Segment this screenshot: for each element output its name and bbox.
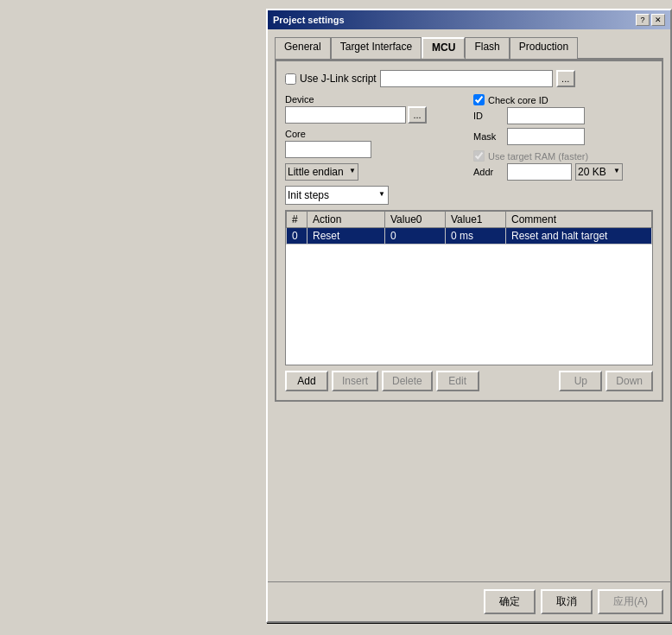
init-steps-table-container: # Action Value0 Value1 Comment 0 Reset 0 <box>285 210 653 365</box>
tab-production[interactable]: Production <box>510 37 578 59</box>
use-target-ram-label: Use target RAM (faster) <box>488 151 588 162</box>
core-label: Core <box>285 129 465 139</box>
device-input-row: ST STM32L071KB ... <box>285 106 465 124</box>
edit-button[interactable]: Edit <box>436 371 479 391</box>
endian-wrapper: Little endianBig endian <box>285 163 465 181</box>
size-select[interactable]: 4 KB 8 KB 16 KB 20 KB 32 KB 64 KB <box>575 163 623 181</box>
tab-flash[interactable]: Flash <box>465 37 509 59</box>
jlink-script-label: Use J-Link script <box>300 73 377 85</box>
check-core-id-label: Check core ID <box>488 95 548 105</box>
mask-row: Mask 0F000FFF <box>473 128 653 145</box>
endian-select[interactable]: Little endianBig endian <box>285 163 358 181</box>
project-settings-window: Project settings ? ✕ General Target Inte… <box>266 9 672 623</box>
tab-target-interface[interactable]: Target Interface <box>331 37 422 59</box>
device-label: Device <box>285 94 465 105</box>
insert-button[interactable]: Insert <box>332 371 378 391</box>
use-target-ram-row: Use target RAM (faster) <box>473 150 653 162</box>
up-button[interactable]: Up <box>559 371 602 391</box>
device-browse-button[interactable]: ... <box>408 106 427 124</box>
device-input[interactable]: ST STM32L071KB <box>285 106 406 124</box>
table-header-row: # Action Value0 Value1 Comment <box>287 212 652 228</box>
jlink-script-checkbox[interactable] <box>285 73 296 85</box>
mask-label: Mask <box>473 131 504 142</box>
help-button[interactable]: ? <box>636 14 650 26</box>
tabs-bar: General Target Interface MCU Flash Produ… <box>275 36 663 60</box>
core-id-row: ID 0BC11477 <box>473 107 653 124</box>
endian-select-wrapper: Little endianBig endian <box>285 163 358 181</box>
action-buttons-row: Add Insert Delete Edit Up Down <box>285 371 653 391</box>
jlink-script-browse-button[interactable]: ... <box>556 70 575 87</box>
cell-value1: 0 ms <box>446 228 506 244</box>
title-bar-buttons: ? ✕ <box>636 14 665 26</box>
left-column: Device ST STM32L071KB ... Core Cortex-M0… <box>285 94 465 181</box>
right-column: Check core ID ID 0BC11477 Mask 0F000FFF … <box>473 94 653 181</box>
add-button[interactable]: Add <box>285 371 328 391</box>
cell-comment: Reset and halt target <box>506 228 652 244</box>
addr-label: Addr <box>473 167 504 177</box>
cancel-button[interactable]: 取消 <box>541 589 593 614</box>
init-steps-select[interactable]: Init stepsBefore flashAfter flash <box>285 186 389 205</box>
col-comment: Comment <box>506 212 652 228</box>
title-bar: Project settings ? ✕ <box>268 10 670 29</box>
col-value1: Value1 <box>446 212 506 228</box>
mcu-panel: Use J-Link script ... Device ST STM32L07… <box>275 60 663 402</box>
delete-button[interactable]: Delete <box>382 371 433 391</box>
core-input[interactable]: Cortex-M0 <box>285 141 371 158</box>
core-id-input[interactable]: 0BC11477 <box>507 107 585 124</box>
window-content: General Target Interface MCU Flash Produ… <box>268 29 670 409</box>
ok-button[interactable]: 确定 <box>484 589 536 614</box>
spacer <box>268 409 670 581</box>
init-steps-wrapper: Init stepsBefore flashAfter flash <box>285 186 389 205</box>
jlink-script-input[interactable] <box>380 70 553 87</box>
tab-general[interactable]: General <box>275 37 331 59</box>
device-core-section: Device ST STM32L071KB ... Core Cortex-M0… <box>285 94 653 181</box>
col-action: Action <box>307 212 385 228</box>
init-steps-table: # Action Value0 Value1 Comment 0 Reset 0 <box>286 211 652 244</box>
jlink-script-row: Use J-Link script ... <box>285 70 653 87</box>
tab-mcu[interactable]: MCU <box>422 37 465 59</box>
id-label: ID <box>473 111 504 121</box>
size-select-wrapper: 4 KB 8 KB 16 KB 20 KB 32 KB 64 KB <box>575 163 623 181</box>
col-value0: Value0 <box>385 212 446 228</box>
cell-value0: 0 <box>385 228 446 244</box>
apply-button[interactable]: 应用(A) <box>598 589 663 614</box>
table-row[interactable]: 0 Reset 0 0 ms Reset and halt target <box>287 228 652 244</box>
addr-row: Addr 20000000 4 KB 8 KB 16 KB 20 KB 32 K… <box>473 163 653 181</box>
window-title: Project settings <box>273 15 345 25</box>
check-core-id-row: Check core ID <box>473 94 653 105</box>
addr-input[interactable]: 20000000 <box>507 163 572 181</box>
use-target-ram-checkbox[interactable] <box>473 150 485 162</box>
down-button[interactable]: Down <box>605 371 653 391</box>
bottom-buttons-row: 确定 取消 应用(A) <box>268 581 670 621</box>
close-button[interactable]: ✕ <box>651 14 665 26</box>
check-core-id-checkbox[interactable] <box>473 94 485 105</box>
cell-num: 0 <box>287 228 307 244</box>
cell-action: Reset <box>307 228 385 244</box>
table-body: 0 Reset 0 0 ms Reset and halt target <box>287 228 652 244</box>
col-num: # <box>287 212 307 228</box>
mask-input[interactable]: 0F000FFF <box>507 128 585 145</box>
